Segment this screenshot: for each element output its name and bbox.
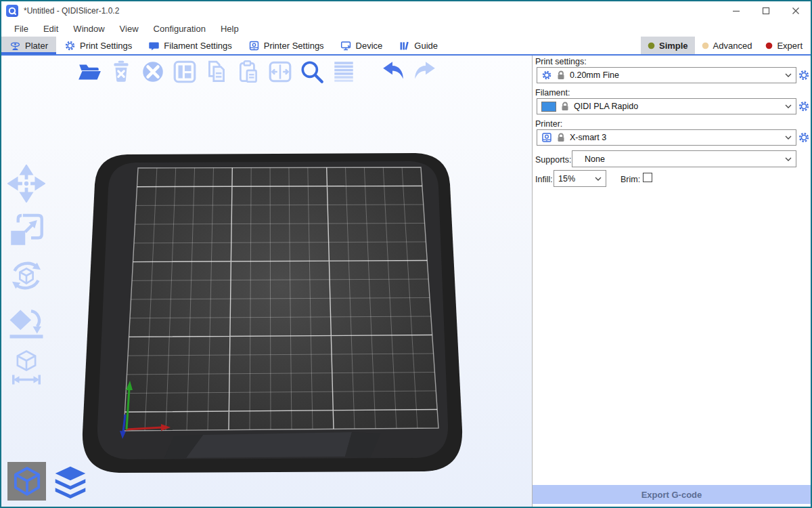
printer-gear-button[interactable]	[798, 131, 810, 144]
print-settings-select[interactable]: 0.20mm Fine	[537, 67, 796, 83]
preview-sliced-view-button[interactable]	[51, 462, 89, 501]
menu-help[interactable]: Help	[213, 22, 246, 35]
mode-label: Expert	[777, 41, 803, 51]
filament-value: QIDI PLA Rapido	[574, 102, 780, 111]
arrange-button[interactable]	[171, 58, 198, 85]
search-icon	[299, 59, 325, 85]
close-button[interactable]	[781, 1, 811, 20]
mode-simple[interactable]: Simple	[641, 37, 695, 54]
tab-print-settings[interactable]: Print Settings	[56, 37, 140, 54]
sliced-layers-icon	[53, 464, 88, 499]
tab-plater[interactable]: Plater	[1, 37, 56, 54]
tab-guide[interactable]: Guide	[390, 37, 446, 54]
menu-configuration[interactable]: Configuration	[146, 22, 213, 35]
guide-icon	[399, 40, 410, 51]
scale-button[interactable]	[7, 210, 46, 249]
variable-layer-height-button[interactable]	[330, 58, 357, 85]
plater-icon	[9, 40, 21, 51]
mode-expert[interactable]: Expert	[759, 37, 809, 54]
menu-edit[interactable]: Edit	[36, 22, 66, 35]
supports-label: Supports:	[535, 155, 572, 165]
printer-icon	[248, 40, 260, 51]
lock-icon	[557, 70, 565, 80]
brim-label: Brim:	[621, 175, 640, 184]
object-manipulation-toolbar	[5, 164, 47, 387]
export-gcode-button[interactable]: Export G-code	[533, 485, 811, 504]
tab-printer-settings[interactable]: Printer Settings	[240, 37, 332, 54]
undo-icon	[380, 59, 406, 85]
3d-viewport[interactable]	[1, 56, 532, 507]
tab-label: Guide	[414, 41, 438, 51]
plater-toolbar	[76, 58, 438, 85]
brim-checkbox[interactable]	[643, 173, 652, 182]
menu-view[interactable]: View	[112, 22, 146, 35]
rotate-icon	[7, 257, 45, 295]
infill-select[interactable]: 15%	[554, 170, 606, 187]
open-icon	[76, 59, 102, 85]
lock-icon	[557, 133, 565, 142]
settings-sidebar: Print settings: 0.20mm Fine Filament: QI…	[532, 56, 811, 507]
filament-gear-button[interactable]	[798, 100, 810, 112]
delete-all-button[interactable]	[139, 58, 166, 85]
title-bar: *Untitled - QIDISlicer-1.0.2	[1, 1, 811, 20]
delete-all-icon	[140, 59, 166, 85]
print-settings-value: 0.20mm Fine	[570, 70, 780, 80]
tab-bar: Plater Print Settings Filament Settings …	[1, 37, 811, 56]
tab-label: Plater	[25, 41, 48, 51]
mode-switcher: Simple Advanced Expert	[641, 37, 809, 54]
undo-button[interactable]	[380, 58, 407, 85]
place-on-face-button[interactable]	[7, 302, 46, 341]
tab-label: Print Settings	[80, 41, 132, 51]
menu-file[interactable]: File	[7, 22, 36, 35]
split-objects-button[interactable]	[267, 58, 294, 85]
copy-button[interactable]	[203, 58, 230, 85]
tab-label: Printer Settings	[264, 41, 324, 51]
supports-select[interactable]: None	[572, 150, 796, 167]
app-logo-icon	[6, 5, 18, 17]
scale-icon	[7, 211, 45, 249]
advanced-mode-dot-icon	[702, 42, 709, 49]
delete-button[interactable]	[108, 58, 135, 85]
infill-label: Infill:	[535, 175, 553, 184]
measure-button[interactable]	[7, 348, 46, 387]
expert-mode-dot-icon	[765, 42, 773, 49]
printer-select[interactable]: X-smart 3	[537, 129, 796, 146]
printer-label: Printer:	[535, 119, 562, 129]
move-icon	[7, 165, 45, 203]
redo-icon	[412, 59, 438, 85]
chevron-down-icon	[785, 157, 792, 161]
filament-color-swatch	[541, 102, 556, 112]
maximize-button[interactable]	[751, 1, 781, 20]
cube-icon	[11, 465, 43, 498]
gear-icon	[798, 100, 810, 112]
filament-select[interactable]: QIDI PLA Rapido	[537, 98, 796, 114]
tab-filament-settings[interactable]: Filament Settings	[140, 37, 240, 54]
search-button[interactable]	[298, 58, 325, 85]
redo-button[interactable]	[411, 58, 438, 85]
rotate-button[interactable]	[7, 256, 46, 295]
move-button[interactable]	[7, 164, 46, 203]
infill-value: 15%	[558, 174, 590, 184]
copy-icon	[204, 59, 229, 85]
measure-icon	[7, 349, 45, 387]
chevron-down-icon	[595, 177, 602, 181]
device-icon	[340, 40, 352, 51]
paste-icon	[235, 59, 261, 85]
mode-advanced[interactable]: Advanced	[695, 37, 759, 54]
chevron-down-icon	[785, 73, 792, 77]
filament-icon	[148, 40, 160, 51]
tab-device[interactable]: Device	[332, 37, 391, 54]
delete-icon	[108, 59, 134, 85]
filament-label: Filament:	[535, 88, 570, 98]
minimize-button[interactable]	[721, 1, 751, 20]
tab-label: Filament Settings	[164, 41, 231, 51]
3d-editor-view-button[interactable]	[7, 462, 46, 501]
print-settings-gear-button[interactable]	[798, 69, 810, 81]
app-window: *Untitled - QIDISlicer-1.0.2 File Edit W…	[0, 0, 812, 508]
print-bed	[1, 56, 532, 507]
menu-window[interactable]: Window	[66, 22, 112, 35]
view-toggle	[7, 462, 89, 501]
paste-button[interactable]	[235, 58, 262, 85]
lock-icon	[561, 102, 569, 111]
open-button[interactable]	[76, 58, 103, 85]
